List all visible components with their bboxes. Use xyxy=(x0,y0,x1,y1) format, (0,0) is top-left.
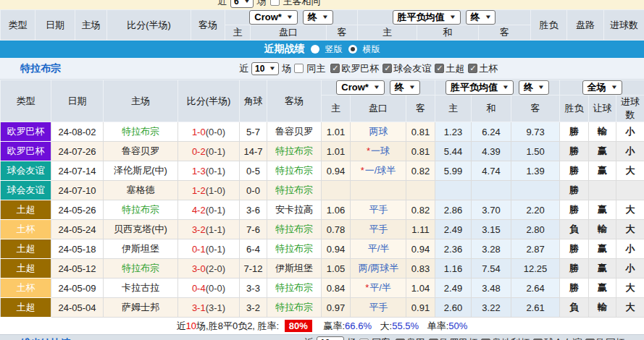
horizontal-layout-radio[interactable] xyxy=(348,45,357,54)
bookmaker-select[interactable]: Crow*▼ xyxy=(336,80,384,95)
match-row: 欧罗巴杯 24-07-26 鲁容贝罗 0-2(0-1) 14-7 特拉布宗 1.… xyxy=(1,142,644,161)
same-home-checkbox[interactable] xyxy=(294,64,304,73)
win-loss-result: 勝 xyxy=(560,259,589,279)
competition-filter-label: 奥甲 xyxy=(406,336,425,340)
competition-filter-checkbox[interactable]: ✓ xyxy=(435,64,444,73)
final-odds-select[interactable]: 终▼ xyxy=(303,10,333,25)
match-score: 0-4(0-0) xyxy=(178,279,240,298)
win-loss-result: 負 xyxy=(560,298,589,318)
competition-filter-label: 欧罗巴杯 xyxy=(341,62,379,75)
over-label: 大: xyxy=(380,320,393,331)
chevron-down-icon: ▼ xyxy=(484,11,491,24)
col-away: 客场 xyxy=(267,80,322,122)
handicap-line: *一球 xyxy=(351,142,406,161)
handicap-result: 輸 xyxy=(589,122,616,142)
bookmaker-select[interactable]: Crow*▼ xyxy=(249,10,297,25)
handicap-win-rate: 66.6% xyxy=(345,320,372,331)
over-rate: 55.5% xyxy=(392,320,419,331)
avg-away-odds: 2.80 xyxy=(511,220,560,239)
goals-over-under: 大 xyxy=(616,220,644,239)
handicap-line: 平手 xyxy=(351,200,406,220)
competition-filter-checkbox[interactable]: ✓ xyxy=(382,64,392,73)
avg-draw-odds: 3.70 xyxy=(472,200,511,220)
col-score: 比分(半场) xyxy=(107,10,191,41)
handicap-result xyxy=(589,181,616,200)
avg-home-odds: 2.86 xyxy=(435,200,472,220)
home-odds: 1.01 xyxy=(322,142,351,161)
team-name: 特拉布宗 xyxy=(20,62,61,75)
col-avg-away: 客 xyxy=(511,95,560,122)
scope-select[interactable]: 全场▼ xyxy=(582,80,622,95)
away-team: 特拉布宗 xyxy=(267,279,322,298)
handicap-result: 赢 xyxy=(589,279,616,298)
match-row: 土超 24-05-04 萨姆士邦 3-1(3-1) 3-2 特拉布宗 0.97 … xyxy=(1,298,644,318)
corner-count: 3-2 xyxy=(240,298,267,318)
col-date: 日期 xyxy=(35,10,75,41)
avg-draw-odds: 6.24 xyxy=(472,122,511,142)
avg-home-odds xyxy=(435,181,472,200)
recent-count-select[interactable]: 10▼ xyxy=(317,336,344,340)
final-avg-select[interactable]: 终▼ xyxy=(519,80,549,95)
handicap-line xyxy=(351,181,406,200)
col-score: 比分(半场) xyxy=(178,80,240,122)
match-row: 球会友谊 24-07-10 塞格德 1-2(1-0) 0-0 特拉布宗 勝 xyxy=(1,181,644,200)
chevron-down-icon: ▼ xyxy=(610,81,617,94)
competition-filter-label: 球会友谊 xyxy=(544,336,582,340)
avg-home-odds: 2.49 xyxy=(435,279,472,298)
competition-filter-checkbox[interactable]: ✓ xyxy=(468,64,477,73)
games-label: 场 xyxy=(347,336,356,340)
match-score: 4-2(0-1) xyxy=(178,200,240,220)
handicap-result: 赢 xyxy=(589,161,616,181)
same-home-label: 同主 xyxy=(306,62,325,75)
handicap-line: *平/半 xyxy=(351,279,406,298)
final-odds-select[interactable]: 终▼ xyxy=(390,80,420,95)
next-team-section-bar: 维也纳快速 近 10▼ 场 同客 ✓奥甲✓欧罗巴杯✓奥地利杯✓球会友谊✓欧冠杯 xyxy=(0,334,644,340)
away-odds: 0.82 xyxy=(406,200,435,220)
avg-home-odds: 1.23 xyxy=(435,122,472,142)
away-team: 特拉布宗 xyxy=(267,239,322,259)
handicap-line: 两/两球半 xyxy=(351,259,406,279)
chevron-down-icon: ▼ xyxy=(269,62,276,75)
same-away-label: 同客 xyxy=(372,336,390,340)
away-odds xyxy=(406,181,435,200)
same-home-away-checkbox[interactable] xyxy=(270,0,280,6)
away-team: 特拉布宗 xyxy=(267,142,322,161)
handicap-win-label: 赢率: xyxy=(323,320,345,331)
handicap-line: 平手 xyxy=(351,298,406,318)
summary-row: 近10场,胜8平0负2, 胜率: 80% 赢率:66.6% 大:55.5% 单率… xyxy=(0,318,644,334)
avg-away-odds: 2.61 xyxy=(511,298,560,318)
match-date: 24-05-24 xyxy=(51,220,104,239)
match-date: 24-08-02 xyxy=(51,122,104,142)
avg-odds-select[interactable]: 胜平负均值▼ xyxy=(446,80,514,95)
goals-over-under: 大 xyxy=(616,200,644,220)
corner-count: 6-4 xyxy=(240,239,267,259)
col-avg-home: 主 xyxy=(435,95,472,122)
recent-count-select[interactable]: 10▼ xyxy=(251,62,279,75)
avg-home-odds: 2.49 xyxy=(435,220,472,239)
competition-filter-checkbox[interactable]: ✓ xyxy=(330,64,340,73)
home-team: 特拉布宗 xyxy=(104,259,178,279)
vertical-layout-radio[interactable] xyxy=(311,45,319,54)
final-avg-select[interactable]: 终▼ xyxy=(466,10,496,25)
handicap-line: 两球 xyxy=(351,122,406,142)
match-count-select[interactable]: 6▼ xyxy=(230,0,254,8)
handicap-result: 輸 xyxy=(589,298,616,318)
match-score: 3-1(3-1) xyxy=(178,298,240,318)
home-team: 贝西克塔(中) xyxy=(104,220,178,239)
col-odds-home: 主 xyxy=(322,95,351,122)
avg-home-odds: 1.16 xyxy=(435,259,472,279)
home-team: 特拉布宗 xyxy=(104,200,178,220)
home-odds: 0.97 xyxy=(322,298,351,318)
home-team: 塞格德 xyxy=(104,181,178,200)
home-odds: 0.94 xyxy=(322,239,351,259)
col-goals: 进球数 xyxy=(604,10,644,41)
avg-odds-select[interactable]: 胜平负均值▼ xyxy=(393,10,461,25)
col-avg-draw: 和 xyxy=(417,25,479,41)
match-row: 欧罗巴杯 24-08-02 特拉布宗 1-0(0-0) 5-7 鲁容贝罗 1.0… xyxy=(1,122,644,142)
avg-away-odds: 9.73 xyxy=(511,122,560,142)
avg-draw-odds: 3.48 xyxy=(472,279,511,298)
summary-text: 近 xyxy=(177,320,186,331)
summary-count: 10 xyxy=(186,320,196,331)
home-team: 卡拉古拉 xyxy=(104,279,178,298)
avg-draw-odds: 4.74 xyxy=(472,161,511,181)
